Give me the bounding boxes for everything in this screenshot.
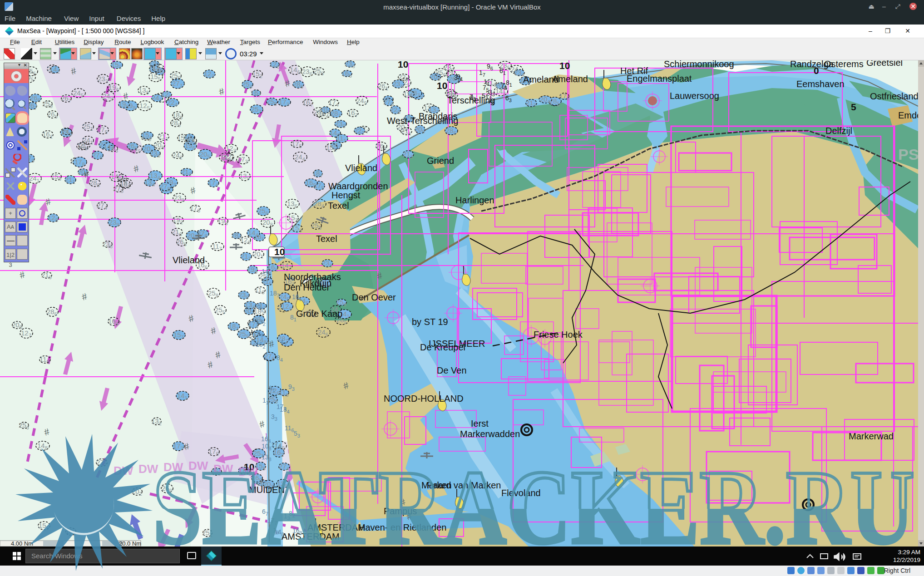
svg-text:Markerwad: Markerwad [849,431,894,441]
svg-text:Friese Hoek: Friese Hoek [534,330,583,340]
svg-text:5: 5 [851,102,856,112]
svg-text:10: 10 [437,80,447,91]
svg-text:Vlieland: Vlieland [173,255,205,265]
svg-text:Texel: Texel [316,234,337,244]
svg-text:Greetsiel: Greetsiel [866,60,903,68]
svg-text:10: 10 [274,246,285,257]
svg-text:Markerwadden: Markerwadden [460,429,520,439]
svg-text:Ameland: Ameland [552,74,588,84]
svg-text:Griend: Griend [427,156,454,166]
svg-text:Texel: Texel [328,201,349,211]
svg-text:0: 0 [814,65,819,76]
svg-text:Grote Kaap: Grote Kaap [296,309,342,319]
svg-text:Vlieland: Vlieland [345,163,377,173]
svg-text:Den Oever: Den Oever [352,292,396,302]
svg-text:Lauwersoog: Lauwersoog [670,91,719,101]
svg-text:NOORD-HOLLAND: NOORD-HOLLAND [384,394,464,404]
svg-text:Schiermonnikoog: Schiermonnikoog [664,60,734,69]
svg-text:10: 10 [398,60,408,69]
svg-text:De Ven: De Ven [437,365,467,375]
svg-text:Engelmansplaat: Engelmansplaat [627,74,692,84]
svg-text:Den Helder: Den Helder [284,282,330,292]
svg-text:West-Terschelling: West-Terschelling [387,116,458,126]
svg-text:10: 10 [559,60,570,71]
svg-text:Osterems: Osterems [824,60,864,69]
svg-text:Ierst: Ierst [471,418,489,428]
svg-text:Delfzijl: Delfzijl [825,126,852,136]
svg-text:Hengst: Hengst [331,190,361,200]
svg-text:by ST 19: by ST 19 [412,317,448,327]
svg-text:De Kreupel: De Kreupel [420,342,465,352]
svg-text:Harlingen: Harlingen [455,195,494,205]
svg-text:Eemshaven: Eemshaven [796,79,845,89]
svg-text:Ostfriesland: Ostfriesland [870,91,919,101]
svg-text:Waardgronden: Waardgronden [328,181,388,191]
